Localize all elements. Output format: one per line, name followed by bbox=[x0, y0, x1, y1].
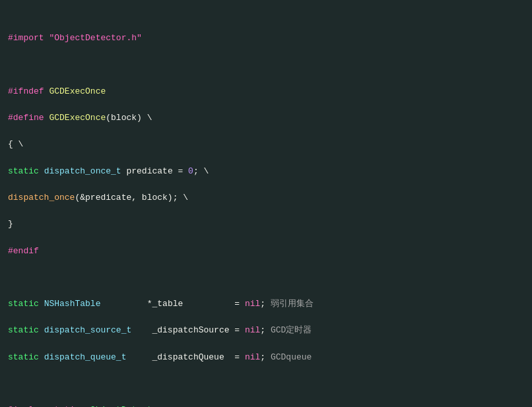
line-11: static NSHashTable *_table = nil; 弱引用集合 bbox=[8, 297, 524, 311]
line-2 bbox=[8, 59, 524, 72]
line-14 bbox=[8, 377, 524, 391]
line-8: } bbox=[8, 218, 524, 231]
line-9: #endif bbox=[8, 245, 524, 258]
line-7: dispatch_once(&predicate, block); \ bbox=[8, 191, 524, 204]
line-3: #ifndef GCDExecOnce bbox=[8, 85, 524, 98]
line-13: static dispatch_queue_t _dispatchQueue =… bbox=[8, 351, 524, 364]
line-6: static dispatch_once_t predicate = 0; \ bbox=[8, 165, 524, 178]
code-block: #import "ObjectDetector.h" #ifndef GCDEx… bbox=[0, 0, 532, 407]
line-15: @implementation ObjectDetector bbox=[8, 404, 524, 407]
line-1: #import "ObjectDetector.h" bbox=[8, 32, 524, 45]
line-10 bbox=[8, 271, 524, 284]
line-4: #define GCDExecOnce(block) \ bbox=[8, 111, 524, 125]
line-5: { \ bbox=[8, 138, 524, 151]
line-12: static dispatch_source_t _dispatchSource… bbox=[8, 324, 524, 337]
